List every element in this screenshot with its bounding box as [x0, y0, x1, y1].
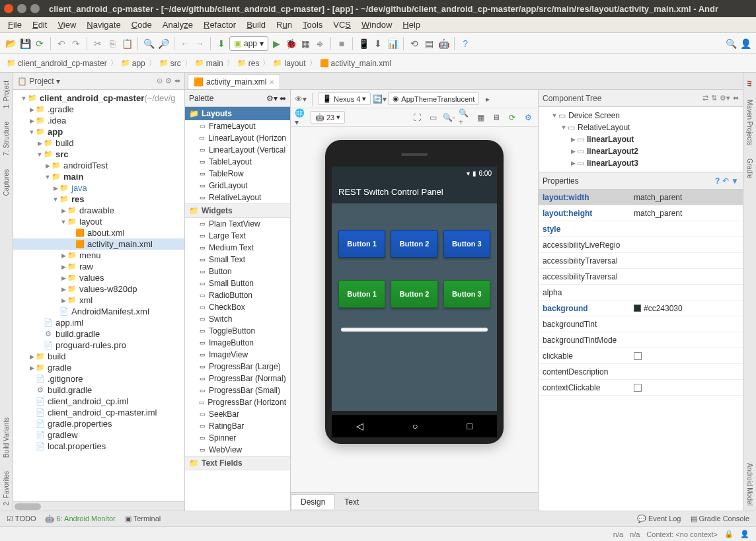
property-row[interactable]: layout:heightmatch_parent: [539, 205, 743, 221]
button-2-blue[interactable]: Button 2: [391, 230, 437, 258]
tree-item[interactable]: ▶📁raw: [13, 261, 184, 272]
lock-icon[interactable]: 🔒: [724, 530, 734, 538]
open-icon[interactable]: 📂: [4, 37, 17, 50]
palette-item[interactable]: ▭ProgressBar (Normal): [185, 373, 290, 384]
property-row[interactable]: alpha: [539, 285, 743, 301]
filter-icon[interactable]: ▼: [731, 176, 739, 186]
palette-item[interactable]: ▭LinearLayout (Vertical: [185, 144, 290, 156]
project-tool-tab[interactable]: 1: Project: [1, 75, 11, 114]
run-config-combo[interactable]: ▣ app ▾: [229, 36, 268, 51]
palette-item[interactable]: ▭GridLayout: [185, 180, 290, 192]
locale-icon[interactable]: 🌐▾: [295, 112, 307, 124]
hide-icon[interactable]: ⬌: [733, 94, 739, 102]
menu-help[interactable]: Help: [397, 20, 426, 30]
user-icon[interactable]: 👤: [739, 37, 752, 50]
layers-icon[interactable]: ▦: [474, 112, 486, 124]
menu-analyze[interactable]: Analyze: [157, 20, 198, 30]
property-row[interactable]: style: [539, 221, 743, 237]
property-row[interactable]: clickable: [539, 348, 743, 364]
zoom-fit-icon[interactable]: ⛶: [411, 112, 423, 124]
refresh-icon[interactable]: ⟳: [506, 112, 518, 124]
design-tab[interactable]: Design: [291, 494, 335, 509]
help-icon[interactable]: ?: [715, 176, 720, 186]
component-tree-item[interactable]: ▶▭linearLayout: [541, 133, 740, 145]
project-tree[interactable]: ▼📁client_android_cp-master (~/dev/g▶📁.gr…: [13, 90, 184, 501]
palette-item[interactable]: ▭RadioButton: [185, 289, 290, 301]
palette-group-header[interactable]: 📁Text Fields: [185, 456, 290, 470]
gradle-tool-tab[interactable]: Gradle: [745, 153, 755, 184]
back-nav-icon[interactable]: ◁: [356, 421, 363, 431]
gear-icon[interactable]: ⚙▾: [720, 94, 730, 102]
menu-run[interactable]: Run: [271, 20, 297, 30]
checkbox[interactable]: [634, 384, 642, 392]
attach-icon[interactable]: ⎆: [313, 37, 326, 50]
collapse-icon[interactable]: ⇅: [711, 94, 717, 102]
palette-item[interactable]: ▭Small Button: [185, 277, 290, 289]
stop-icon[interactable]: ■: [335, 37, 348, 50]
captures-tool-tab[interactable]: Captures: [1, 164, 11, 201]
tree-item[interactable]: ▶📁build: [13, 137, 184, 149]
tree-item[interactable]: 📄proguard-rules.pro: [13, 340, 184, 351]
tree-item[interactable]: 📄app.iml: [13, 317, 184, 328]
property-row[interactable]: background#cc243030: [539, 301, 743, 316]
text-tab[interactable]: Text: [335, 495, 368, 509]
tree-item[interactable]: ▼📁main: [13, 171, 184, 182]
tree-item[interactable]: ▶📁java: [13, 182, 184, 194]
palette-item[interactable]: ▭Switch: [185, 313, 290, 325]
help-icon[interactable]: ?: [459, 37, 472, 50]
maven-tool-tab[interactable]: m: [745, 75, 755, 92]
eye-icon[interactable]: 👁▾: [295, 93, 307, 105]
back-icon[interactable]: ←: [178, 37, 192, 50]
android-monitor-tool[interactable]: 🤖 6: Android Monitor: [45, 515, 115, 523]
zoom-100-icon[interactable]: ▭: [427, 112, 439, 124]
tree-item[interactable]: ▶📁drawable: [13, 205, 184, 216]
button-1-green[interactable]: Button 1: [338, 280, 385, 308]
palette-item[interactable]: ▭ProgressBar (Small): [185, 384, 290, 396]
tree-item[interactable]: ▼📁app: [13, 126, 184, 137]
breadcrumb-item[interactable]: 🟧activity_main.xml: [317, 57, 394, 69]
palette-item[interactable]: ▭ProgressBar (Horizont: [185, 396, 290, 408]
tree-item[interactable]: ⚙build.gradle: [13, 328, 184, 340]
api-combo[interactable]: 🤖23▾: [311, 111, 345, 124]
editor-tab-activity-main[interactable]: 🟧 activity_main.xml ✕: [188, 74, 280, 89]
collapse-icon[interactable]: ⊙: [157, 77, 163, 85]
forward-icon[interactable]: →: [193, 37, 206, 50]
menu-window[interactable]: Window: [356, 20, 397, 30]
checkbox[interactable]: [634, 352, 642, 360]
terminal-tool[interactable]: ▣ Terminal: [125, 515, 161, 523]
gradle-console-tool[interactable]: ▤ Gradle Console: [691, 515, 750, 523]
menu-vcs[interactable]: VCS: [328, 20, 356, 30]
todo-tool[interactable]: ☑ TODO: [7, 515, 36, 523]
tree-item[interactable]: ▶📁values-w820dp: [13, 283, 184, 295]
window-close-button[interactable]: [4, 4, 13, 13]
tree-item[interactable]: 📄local.properties: [13, 441, 184, 452]
property-row[interactable]: accessibilityTraversal: [539, 253, 743, 269]
tree-item[interactable]: 🟧about.xml: [13, 227, 184, 238]
palette-item[interactable]: ▭WebView: [185, 444, 290, 456]
component-tree-item[interactable]: ▼▭RelativeLayout: [541, 122, 740, 133]
palette-item[interactable]: ▭TableLayout: [185, 156, 290, 168]
tree-item[interactable]: ▼📁layout: [13, 216, 184, 227]
restore-icon[interactable]: ↶: [722, 176, 729, 186]
component-tree-item[interactable]: ▼▭Device Screen: [541, 110, 740, 122]
property-row[interactable]: contentDescription: [539, 364, 743, 380]
property-row[interactable]: accessibilityLiveRegio: [539, 237, 743, 253]
make-icon[interactable]: ⬇: [215, 37, 228, 50]
theme-combo[interactable]: ◉ AppThemeTranslucent: [388, 92, 479, 105]
find-icon[interactable]: 🔍: [142, 37, 155, 50]
properties-list[interactable]: layout:widthmatch_parentlayout:heightmat…: [539, 190, 743, 511]
redo-icon[interactable]: ↷: [69, 37, 83, 50]
component-tree-item[interactable]: ▶▭linearLayout2: [541, 145, 740, 157]
hector-icon[interactable]: 👤: [740, 530, 749, 538]
palette-item[interactable]: ▭CheckBox: [185, 301, 290, 313]
palette-item[interactable]: ▭Small Text: [185, 254, 290, 266]
component-tree-item[interactable]: ▶▭linearLayout3: [541, 157, 740, 169]
component-tree-list[interactable]: ▼▭Device Screen▼▭RelativeLayout▶▭linearL…: [539, 107, 743, 172]
menu-build[interactable]: Build: [241, 20, 271, 30]
monitor-icon[interactable]: 📊: [386, 37, 399, 50]
tree-item[interactable]: ▶📁xml: [13, 295, 184, 306]
recents-nav-icon[interactable]: □: [467, 421, 472, 431]
orientation-icon[interactable]: 🔄▾: [373, 93, 385, 105]
tree-item[interactable]: 📄client_android_cp.iml: [13, 396, 184, 407]
property-row[interactable]: backgroundTint: [539, 316, 743, 332]
